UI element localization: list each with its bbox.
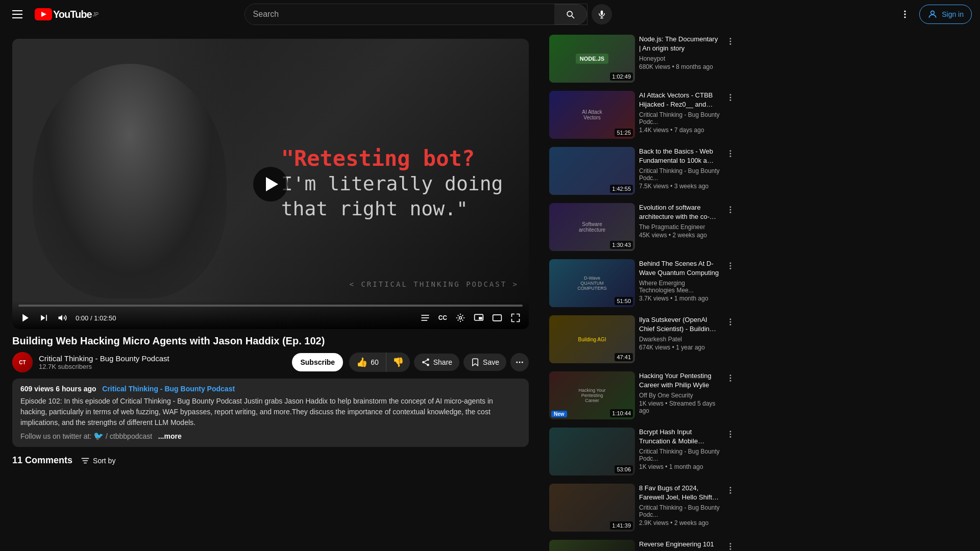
sidebar-more-button[interactable] xyxy=(724,315,737,331)
sort-button[interactable]: Sort by xyxy=(81,456,115,465)
comments-count: 11 Comments xyxy=(12,455,72,466)
svg-point-36 xyxy=(730,318,731,320)
svg-point-24 xyxy=(730,94,731,95)
svg-point-38 xyxy=(730,324,731,325)
share-button[interactable]: Share xyxy=(414,354,459,371)
captions-button[interactable]: CC xyxy=(436,312,449,323)
channel-avatar[interactable]: CT xyxy=(12,352,33,372)
svg-rect-17 xyxy=(493,315,502,321)
video-player[interactable]: "Retesting bot? I'm literally doing that… xyxy=(12,39,529,329)
sidebar-video-item[interactable]: AI AttackVectors 51:25 AI Attack Vectors… xyxy=(547,89,739,141)
theater-button[interactable] xyxy=(490,311,504,325)
video-quote: "Retesting bot? I'm literally doing that… xyxy=(281,146,503,222)
kebab-vertical-icon xyxy=(726,486,735,495)
save-icon xyxy=(471,358,480,367)
svg-point-26 xyxy=(730,99,731,101)
sidebar-video-stats: 1K views • Streamed 5 days ago xyxy=(639,400,720,414)
sidebar-video-info: Bcrypt Hash Input Truncation & Mobile De… xyxy=(639,428,720,475)
sidebar-video-item[interactable]: Building AGI 47:41 Ilya Sutskever (OpenA… xyxy=(547,313,739,365)
thumbnail-wrap: REVERSEENGINEERING 1:41:39 xyxy=(549,540,635,551)
more-link[interactable]: ...more xyxy=(158,432,182,440)
like-button[interactable]: 👍 60 xyxy=(349,353,386,372)
total-duration: 1:02:50 xyxy=(94,314,116,322)
sidebar-more-button[interactable] xyxy=(724,91,737,107)
svg-point-30 xyxy=(730,206,731,208)
more-actions-button[interactable] xyxy=(510,353,529,371)
sidebar-channel-name: The Pragmatic Engineer xyxy=(639,223,720,231)
description-box[interactable]: 609 views 6 hours ago Critical Thinking … xyxy=(12,379,529,447)
youtube-logo[interactable]: YouTube JP xyxy=(35,8,99,20)
more-options-button[interactable] xyxy=(895,4,915,24)
sidebar-video-stats: 680K views • 8 months ago xyxy=(639,63,720,70)
sidebar-more-button[interactable] xyxy=(724,371,737,387)
sidebar-more-button[interactable] xyxy=(724,203,737,219)
video-duration: 1:10:44 xyxy=(610,409,633,417)
save-button[interactable]: Save xyxy=(463,354,506,371)
voice-search-button[interactable] xyxy=(592,4,612,24)
sidebar-video-item[interactable]: 1:42:55 Back to the Basics - Web Fundame… xyxy=(547,145,739,197)
sidebar-more-button[interactable] xyxy=(724,259,737,275)
fullscreen-button[interactable] xyxy=(508,311,523,325)
search-button[interactable] xyxy=(554,4,587,24)
chapters-button[interactable] xyxy=(418,311,432,325)
sidebar-more-button[interactable] xyxy=(724,428,737,443)
subscribe-button[interactable]: Subscribe xyxy=(292,353,343,371)
video-duration: 51:50 xyxy=(615,297,633,305)
sign-in-button[interactable]: Sign in xyxy=(919,5,972,24)
hamburger-menu[interactable] xyxy=(8,6,27,22)
sidebar-video-item[interactable]: NODE.JS 1:02:49 Node.js: The Documentary… xyxy=(547,33,739,85)
dislike-button[interactable]: 👎 xyxy=(386,353,410,372)
sidebar-video-item[interactable]: D-WaveQUANTUMCOMPUTERS 51:50 Behind The … xyxy=(547,257,739,309)
sidebar-video-item[interactable]: Softwarearchitecture 1:30:43 Evolution o… xyxy=(547,201,739,253)
next-button[interactable] xyxy=(37,311,51,325)
video-duration: 1:02:49 xyxy=(610,72,633,81)
sidebar-more-button[interactable] xyxy=(724,540,737,551)
video-duration: 51:25 xyxy=(615,129,633,137)
svg-point-49 xyxy=(730,546,731,547)
sidebar-video-info: Reverse Engineering 101 tutorial with th… xyxy=(639,540,720,551)
sidebar-video-item[interactable]: 53:06 Bcrypt Hash Input Truncation & Mob… xyxy=(547,425,739,478)
mute-button[interactable] xyxy=(55,311,69,325)
avatar-image: CT xyxy=(12,352,33,372)
sidebar-video-title: 8 Fav Bugs of 2024, Farewell Joel, Hello… xyxy=(639,484,720,502)
channel-name[interactable]: Critical Thinking - Bug Bounty Podcast xyxy=(39,354,286,363)
video-controls: 0:00 / 1:02:50 xyxy=(12,300,529,329)
miniplayer-button[interactable] xyxy=(472,311,486,325)
content-area: "Retesting bot? I'm literally doing that… xyxy=(0,29,541,551)
sidebar-more-button[interactable] xyxy=(724,35,737,51)
chapters-icon xyxy=(420,313,430,323)
sidebar-video-info: Ilya Sutskever (OpenAI Chief Scientist) … xyxy=(639,315,720,363)
svg-point-34 xyxy=(730,265,731,267)
svg-point-27 xyxy=(730,150,731,152)
svg-point-32 xyxy=(730,212,731,213)
video-title: Building Web Hacking Micro Agents with J… xyxy=(12,335,529,347)
sidebar-video-title: Ilya Sutskever (OpenAI Chief Scientist) … xyxy=(639,315,720,334)
progress-bar[interactable] xyxy=(18,305,523,307)
sidebar-video-item[interactable]: REVERSEENGINEERING 1:41:39 Reverse Engin… xyxy=(547,538,739,551)
miniplayer-icon xyxy=(474,313,484,323)
time-display: 0:00 / 1:02:50 xyxy=(76,314,116,322)
sidebar-more-button[interactable] xyxy=(724,484,737,499)
play-button-overlay[interactable] xyxy=(253,167,288,202)
settings-button[interactable] xyxy=(453,311,468,325)
kebab-vertical-icon xyxy=(726,205,735,214)
svg-marker-7 xyxy=(22,314,29,322)
sidebar-video-info: Node.js: The Documentary | An origin sto… xyxy=(639,35,720,83)
thumbnail-wrap: 1:42:55 xyxy=(549,147,635,195)
share-label: Share xyxy=(433,358,452,366)
theater-icon xyxy=(492,313,502,323)
search-input[interactable] xyxy=(245,4,554,24)
thumbnail-wrap: AI AttackVectors 51:25 xyxy=(549,91,635,139)
view-stats: 609 views 6 hours ago Critical Thinking … xyxy=(20,385,521,393)
play-pause-button[interactable] xyxy=(18,311,33,325)
svg-marker-8 xyxy=(41,315,45,321)
channel-tag[interactable]: Critical Thinking - Bug Bounty Podcast xyxy=(102,385,235,393)
sidebar-video-item[interactable]: Hacking YourPentestingCareer 1:10:44 New… xyxy=(547,369,739,421)
controls-right: CC xyxy=(418,311,523,325)
sidebar-more-button[interactable] xyxy=(724,147,737,163)
view-count-and-date: 609 views 6 hours ago xyxy=(20,385,96,393)
sidebar-video-item[interactable]: 1:41:39 8 Fav Bugs of 2024, Farewell Joe… xyxy=(547,482,739,534)
settings-icon xyxy=(455,313,465,323)
sort-by-label: Sort by xyxy=(93,457,115,465)
video-duration: 47:41 xyxy=(615,353,633,361)
